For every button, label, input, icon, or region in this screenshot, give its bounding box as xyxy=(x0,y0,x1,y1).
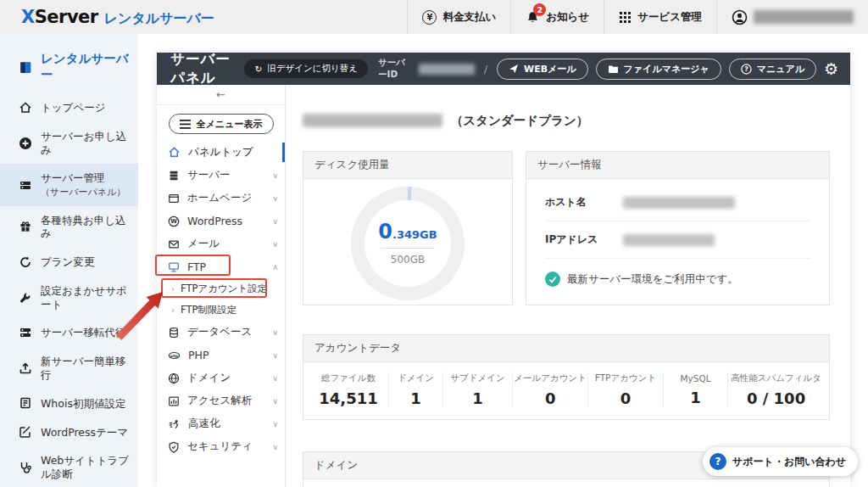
database-icon xyxy=(168,327,180,339)
top-menu: ¥ 料金支払い 2 お知らせ サービス管理 xyxy=(407,0,868,34)
menu-item-server[interactable]: サーバー ∨ xyxy=(157,164,285,187)
document-icon xyxy=(19,396,32,410)
plan-label: （スタンダードプラン） xyxy=(451,113,588,129)
hamburger-icon xyxy=(180,120,191,129)
sidebar-item-whois-default[interactable]: Whois初期値設定 xyxy=(0,389,138,417)
menu-item-access-analytics[interactable]: アクセス解析 ∨ xyxy=(157,389,285,412)
chevron-down-icon: ∨ xyxy=(272,328,278,337)
menu-item-ftp[interactable]: FTP ∧ xyxy=(157,255,285,278)
sidebar-item-web-diagnosis[interactable]: Webサイトトラブル診断 xyxy=(0,446,138,487)
disk-usage-chart: 0.349GB 500GB xyxy=(303,179,512,300)
sidebar-item-top-page[interactable]: トップページ xyxy=(0,93,138,122)
chevron-up-icon: ∧ xyxy=(272,263,278,271)
chevron-down-icon: ∨ xyxy=(272,397,278,406)
manual-button[interactable]: ? マニュアル xyxy=(729,59,816,80)
sidebar-item-support-setting[interactable]: 設定おまかせサポート xyxy=(0,277,138,318)
mail-icon xyxy=(168,238,180,250)
menu-item-database[interactable]: データベース ∨ xyxy=(157,321,285,344)
webmail-button[interactable]: WEBメール xyxy=(497,59,588,80)
host-name-redacted xyxy=(623,197,735,209)
server-info-card: サーバー情報 ホスト名 IPアドレス xyxy=(526,151,830,305)
caret-right-icon: › xyxy=(171,284,175,294)
refresh-icon xyxy=(19,255,32,269)
sidebar-item-plan-change[interactable]: プラン変更 xyxy=(0,248,138,277)
chevron-down-icon: ∨ xyxy=(272,194,278,203)
grid-icon xyxy=(619,11,632,24)
sidebar-item-server-transfer[interactable]: サーバー移転代行 xyxy=(0,318,138,347)
menu-item-php[interactable]: php PHP ∨ xyxy=(157,344,285,367)
svg-text:W: W xyxy=(170,218,177,225)
server-status-text: 最新サーバー環境をご利用中です。 xyxy=(567,272,738,287)
ip-address-row: IPアドレス xyxy=(545,221,810,259)
gear-icon[interactable]: ⚙ xyxy=(824,61,838,77)
support-contact-button[interactable]: ? サポート・お問い合わせ xyxy=(703,447,858,476)
yen-circle-icon: ¥ xyxy=(422,10,437,25)
server-info-card-title: サーバー情報 xyxy=(526,152,829,179)
host-name-row: ホスト名 xyxy=(545,184,810,221)
panel-header-right: サーバーID / WEBメール ファイルマネージャ xyxy=(378,57,838,81)
ip-address-label: IPアドレス xyxy=(545,232,623,247)
wrench-icon xyxy=(19,291,32,305)
file-manager-button[interactable]: ファイルマネージャ xyxy=(596,59,721,80)
php-icon: php xyxy=(168,350,181,361)
panel-header: サーバーパネル ↻ 旧デザインに切り替え サーバーID / WEBメール xyxy=(157,53,850,85)
separator: / xyxy=(484,63,487,76)
shield-icon xyxy=(168,441,180,453)
sidebar-item-easy-migration[interactable]: 新サーバー簡単移行 xyxy=(0,347,138,389)
service-management-menu-item[interactable]: サービス管理 xyxy=(604,0,716,34)
stethoscope-icon xyxy=(19,461,32,474)
disk-used-value: 0.349GB xyxy=(378,221,437,242)
menu-item-domain[interactable]: ドメイン ∨ xyxy=(157,367,285,389)
disk-usage-card: ディスク使用量 0.349GB 500GB xyxy=(303,151,513,305)
sidebar-item-server-apply[interactable]: サーバーお申し込み xyxy=(0,122,138,164)
server-transfer-icon xyxy=(19,326,32,339)
edit-icon xyxy=(19,425,32,439)
bar-chart-icon xyxy=(168,395,180,407)
question-circle-icon: ? xyxy=(709,453,726,470)
payment-menu-item[interactable]: ¥ 料金支払い xyxy=(407,0,510,34)
domain-title-row: （スタンダードプラン） xyxy=(303,110,830,131)
upload-icon xyxy=(19,361,32,375)
chevron-down-icon: ∨ xyxy=(272,443,278,451)
menu-item-panel-top[interactable]: パネルトップ xyxy=(157,141,285,164)
left-sidebar: レンタルサーバー トップページ サーバーお申し込み サーバー管理（サーバーパネル… xyxy=(0,34,138,487)
all-menu-button[interactable]: 全メニュー表示 xyxy=(169,114,274,134)
server-icon xyxy=(168,170,180,182)
menu-item-security[interactable]: セキュリティ ∨ xyxy=(157,435,285,458)
menu-item-wordpress[interactable]: W WordPress ∨ xyxy=(157,210,285,232)
menu-item-homepage[interactable]: ホームページ ∨ xyxy=(157,187,285,210)
account-menu-item[interactable] xyxy=(716,0,868,34)
menu-item-mail[interactable]: メール ∨ xyxy=(157,232,285,255)
menu-item-ftp-account-settings[interactable]: › FTPアカウント設定 xyxy=(157,278,285,299)
divider xyxy=(381,248,435,249)
notifications-menu-item[interactable]: 2 お知らせ xyxy=(510,0,604,34)
stat-ftp-accounts: FTPアカウント 0 xyxy=(587,372,663,407)
sidebar-item-server-management[interactable]: サーバー管理（サーバーパネル） xyxy=(0,164,138,205)
question-circle-icon: ? xyxy=(741,64,752,75)
person-circle-icon xyxy=(732,9,748,25)
stat-subdomains: サブドメイン 1 xyxy=(442,372,513,407)
sidebar-item-bonus-apply[interactable]: 各種特典お申し込み xyxy=(0,206,138,248)
stat-spam-filter: 高性能スパムフィルタ 0 / 100 xyxy=(727,372,824,407)
caret-right-icon: › xyxy=(171,305,175,315)
disk-total-value: 500GB xyxy=(391,254,425,266)
donut-ring: 0.349GB 500GB xyxy=(351,187,465,300)
left-arrow-icon: ← xyxy=(216,88,225,101)
chevron-down-icon: ∨ xyxy=(272,171,278,180)
logo-brand: XServer xyxy=(21,7,98,27)
panel-content: （スタンダードプラン） ディスク使用量 0.349GB 500GB xyxy=(286,85,850,487)
monitor-icon xyxy=(168,261,180,273)
menu-item-ftp-restriction-settings[interactable]: › FTP制限設定 xyxy=(157,299,285,321)
sidebar-title-rental-server[interactable]: レンタルサーバー xyxy=(0,41,138,93)
top-header: XServer レンタルサーバー ¥ 料金支払い 2 お知らせ サービス管理 xyxy=(0,0,868,34)
old-design-switch-button[interactable]: ↻ 旧デザインに切り替え xyxy=(244,59,368,78)
notification-badge: 2 xyxy=(533,3,546,16)
menu-item-speed-up[interactable]: 高速化 ∨ xyxy=(157,412,285,435)
xserver-logo[interactable]: XServer レンタルサーバー xyxy=(0,7,214,28)
chevron-down-icon: ∨ xyxy=(272,240,278,249)
sidebar-item-wordpress-theme[interactable]: WordPressテーマ xyxy=(0,417,138,446)
server-id-redacted xyxy=(419,64,474,75)
chevron-down-icon: ∨ xyxy=(272,351,278,360)
account-name-redacted xyxy=(754,10,854,24)
menu-collapse-button[interactable]: ← xyxy=(157,85,285,105)
